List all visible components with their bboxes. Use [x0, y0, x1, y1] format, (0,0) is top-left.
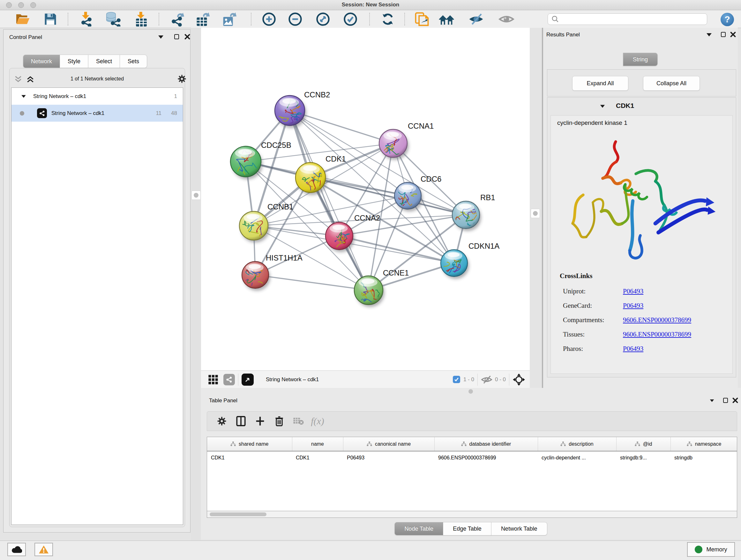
table-cell[interactable]: cyclin-dependent ... — [538, 451, 616, 464]
network-canvas[interactable]: CCNB2CCNA1CDC25BCDK1CDC6RB1CCNB1CCNA2CDK… — [201, 28, 530, 370]
show-all-icon-button[interactable] — [497, 12, 516, 26]
open-session-button[interactable] — [14, 12, 32, 26]
export-image-button[interactable] — [220, 12, 239, 26]
left-splitter[interactable] — [191, 28, 201, 541]
node-label-CDKN1A: CDKN1A — [468, 242, 499, 250]
table-cell[interactable]: CDK1 — [292, 451, 343, 464]
titlebar: Session: New Session — [0, 0, 741, 10]
toolbar-separator — [404, 13, 405, 25]
network-edge-count: 48 — [171, 110, 177, 117]
cloud-icon — [11, 545, 22, 554]
table-hscrollbar[interactable] — [207, 511, 737, 518]
refresh-view-button[interactable] — [379, 12, 397, 26]
table-gear-icon[interactable] — [212, 413, 231, 429]
string-view-icon[interactable] — [223, 374, 235, 385]
control-panel-menu-icon[interactable] — [158, 36, 163, 39]
fit-content-button[interactable] — [314, 12, 332, 26]
zoom-out-button[interactable] — [286, 12, 305, 26]
network-options-gear-icon[interactable] — [177, 74, 187, 84]
horizontal-splitter-handle[interactable] — [468, 389, 473, 394]
crosslink-link[interactable]: 9606.ENSP00000378699 — [623, 330, 691, 338]
memory-button[interactable]: Memory — [687, 542, 735, 557]
tab-sets[interactable]: Sets — [120, 55, 147, 68]
results-panel-menu-icon[interactable] — [706, 33, 712, 37]
crosslink-link[interactable]: P06493 — [623, 345, 643, 353]
control-panel-close-icon[interactable] — [185, 34, 190, 40]
tab-style[interactable]: Style — [60, 55, 88, 68]
cdk1-collapse-icon[interactable] — [600, 105, 605, 108]
results-panel-float-icon[interactable] — [721, 32, 726, 37]
table-cell[interactable]: CDK1 — [207, 451, 292, 464]
column-header-name[interactable]: name — [292, 437, 343, 451]
column-header--id[interactable]: @id — [616, 437, 670, 451]
node-label-CCNE1: CCNE1 — [383, 268, 409, 277]
table-cell[interactable]: stringdb:9... — [616, 451, 670, 464]
column-header-database-identifier[interactable]: database identifier — [434, 437, 538, 451]
results-panel-title: Results Panel — [546, 32, 580, 38]
control-panel-float-icon[interactable] — [174, 34, 179, 39]
import-network-from-file-button[interactable] — [77, 12, 95, 26]
right-splitter-handle[interactable] — [531, 209, 540, 218]
selected-count-checkbox[interactable] — [453, 376, 460, 383]
first-neighbors-button[interactable] — [437, 12, 456, 26]
results-panel-tabs: String — [543, 53, 738, 66]
results-panel-close-icon[interactable] — [730, 32, 736, 37]
export-network-button[interactable] — [168, 12, 186, 26]
crosslink-link[interactable]: 9606.ENSP00000378699 — [623, 316, 691, 324]
table-panel-menu-icon[interactable] — [710, 399, 714, 402]
duplicate-page-button[interactable] — [413, 12, 431, 26]
tab-network-table[interactable]: Network Table — [491, 522, 547, 536]
grid-view-icon[interactable] — [208, 374, 218, 385]
crosslink-link[interactable]: P06493 — [623, 287, 643, 295]
zoom-selected-button[interactable] — [341, 12, 360, 26]
tab-edge-table[interactable]: Edge Table — [443, 522, 491, 536]
import-network-from-database-button[interactable] — [104, 12, 123, 26]
delete-column-trash-icon[interactable] — [270, 413, 289, 429]
node-label-CDK1: CDK1 — [326, 154, 346, 163]
zoom-in-button[interactable] — [260, 12, 278, 26]
crosslink-link[interactable]: P06493 — [623, 302, 643, 310]
column-header-canonical-name[interactable]: canonical name — [343, 437, 434, 451]
table-row[interactable]: CDK1CDK1P064939606.ENSP00000378699cyclin… — [207, 451, 737, 464]
network-collection-row[interactable]: String Network – cdk1 1 — [11, 88, 183, 105]
search-input[interactable] — [559, 16, 707, 22]
right-splitter[interactable] — [530, 28, 542, 388]
column-header-shared-name[interactable]: shared name — [207, 437, 292, 451]
tab-string[interactable]: String — [623, 53, 658, 66]
column-header-description[interactable]: description — [538, 437, 616, 451]
column-header-namespace[interactable]: namespace — [670, 437, 737, 451]
network-row[interactable]: String Network – cdk1 11 48 — [11, 105, 183, 122]
tab-select[interactable]: Select — [88, 55, 120, 68]
toolbar-separator — [251, 13, 252, 25]
memory-label: Memory — [706, 546, 727, 553]
cloud-status-button[interactable] — [7, 543, 26, 556]
hide-selected-icon-button[interactable] — [467, 12, 485, 26]
network-selection-status: 1 of 1 Network selected — [10, 76, 185, 82]
node-label-CCNA1: CCNA1 — [408, 122, 434, 130]
warning-status-button[interactable] — [35, 543, 53, 556]
birds-eye-view-icon[interactable] — [513, 373, 525, 386]
table-cell[interactable]: P06493 — [343, 451, 434, 464]
table-panel-float-icon[interactable] — [723, 398, 728, 403]
add-column-icon[interactable] — [251, 413, 270, 429]
tab-network[interactable]: Network — [23, 55, 60, 68]
help-button[interactable]: ? — [720, 12, 735, 28]
left-splitter-handle[interactable] — [192, 191, 201, 200]
save-session-button[interactable] — [41, 12, 60, 26]
search-field-container — [548, 13, 707, 25]
network-node-count: 11 — [156, 110, 161, 117]
expand-all-button[interactable]: Expand All — [572, 76, 628, 91]
tab-node-table[interactable]: Node Table — [394, 522, 443, 536]
show-columns-icon[interactable] — [231, 413, 251, 429]
detach-view-icon[interactable] — [242, 374, 254, 386]
table-cell[interactable]: stringdb — [670, 451, 737, 464]
export-table-button[interactable] — [194, 12, 212, 26]
table-hscrollbar-thumb[interactable] — [210, 512, 266, 516]
table-panel-close-icon[interactable] — [732, 397, 738, 403]
import-table-from-file-button[interactable] — [132, 12, 151, 26]
collection-expand-icon[interactable] — [21, 95, 26, 98]
collapse-all-button[interactable]: Collapse All — [643, 76, 700, 91]
table-cell[interactable]: 9606.ENSP00000378699 — [434, 451, 538, 464]
network-graph[interactable]: CCNB2CCNA1CDC25BCDK1CDC6RB1CCNB1CCNA2CDK… — [201, 28, 530, 370]
crosslink-row: Pharos:P06493 — [551, 341, 733, 356]
